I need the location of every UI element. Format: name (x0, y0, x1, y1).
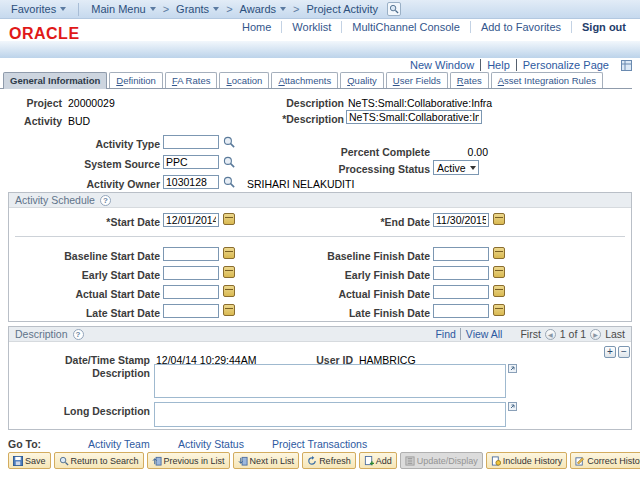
start-date-input[interactable] (163, 213, 219, 227)
activity-owner-label: Activity Owner (8, 178, 160, 190)
project-transactions-link[interactable]: Project Transactions (272, 438, 367, 450)
early-start-date-label: Early Start Date (9, 269, 160, 281)
actual-finish-calendar-icon[interactable] (493, 285, 505, 297)
header-band (0, 41, 640, 58)
description-input[interactable] (346, 110, 482, 124)
baseline-start-date-input[interactable] (163, 247, 219, 261)
breadcrumb-favorites[interactable]: Favorites (6, 3, 71, 15)
tab-user-fields[interactable]: User Fields (386, 72, 448, 88)
end-date-input[interactable] (433, 213, 489, 227)
early-finish-date-input[interactable] (433, 266, 489, 280)
tab-location[interactable]: Location (219, 72, 269, 88)
refresh-button-label: Refresh (319, 456, 351, 466)
next-in-list-button[interactable]: Next in List (233, 452, 300, 469)
activity-label: Activity (8, 115, 62, 127)
previous-row-icon[interactable]: ◀ (545, 329, 556, 340)
return-to-search-icon (59, 456, 69, 466)
actual-start-calendar-icon[interactable] (223, 285, 235, 297)
actual-start-date-input[interactable] (163, 285, 219, 299)
help-link[interactable]: Help (480, 59, 516, 71)
system-source-input[interactable] (163, 155, 219, 169)
early-start-calendar-icon[interactable] (223, 266, 235, 278)
activity-owner-input[interactable] (163, 175, 219, 189)
long-description-textarea[interactable] (154, 402, 506, 427)
breadcrumb-main-menu-label: Main Menu (91, 3, 145, 15)
breadcrumb-search-icon[interactable] (387, 2, 401, 16)
activity-team-link[interactable]: Activity Team (88, 438, 150, 450)
return-to-search-button-label: Return to Search (71, 456, 139, 466)
tab-quality[interactable]: Quality (340, 72, 384, 88)
activity-owner-lookup-icon[interactable] (223, 176, 235, 188)
help-icon[interactable]: ? (73, 329, 84, 340)
worklist-link[interactable]: Worklist (281, 21, 341, 33)
activity-type-input[interactable] (163, 135, 219, 149)
activity-status-link[interactable]: Activity Status (178, 438, 244, 450)
tab-asset-integration-rules[interactable]: Asset Integration Rules (491, 72, 603, 88)
update-display-icon (405, 456, 415, 466)
add-icon (364, 456, 374, 466)
add-to-favorites-link[interactable]: Add to Favorites (470, 21, 571, 33)
late-finish-date-label: Late Finish Date (259, 307, 430, 319)
system-source-lookup-icon[interactable] (223, 156, 235, 168)
delete-row-button[interactable]: − (618, 346, 630, 358)
header-links: Home Worklist MultiChannel Console Add t… (232, 21, 636, 33)
sign-out-link[interactable]: Sign out (571, 21, 636, 33)
tab-rates[interactable]: Rates (450, 72, 489, 88)
page-actions: New Window Help Personalize Page (404, 59, 632, 71)
start-date-calendar-icon[interactable] (223, 213, 235, 225)
breadcrumb-grants[interactable]: Grants (171, 3, 224, 15)
tab-attachments[interactable]: Attachments (271, 72, 338, 88)
correct-history-button[interactable]: Correct History (570, 452, 640, 469)
refresh-button[interactable]: Refresh (302, 452, 356, 469)
late-finish-calendar-icon[interactable] (493, 304, 505, 316)
find-link[interactable]: Find (435, 328, 455, 340)
processing-status-select[interactable]: Active (433, 160, 479, 175)
help-icon[interactable]: ? (100, 195, 111, 206)
description-expand-icon[interactable] (508, 364, 517, 373)
add-button-label: Add (376, 456, 392, 466)
description-textarea[interactable] (154, 364, 506, 398)
baseline-start-calendar-icon[interactable] (223, 247, 235, 259)
view-all-link[interactable]: View All (460, 328, 503, 340)
baseline-finish-date-label: Baseline Finish Date (259, 250, 430, 262)
early-finish-calendar-icon[interactable] (493, 266, 505, 278)
late-start-date-input[interactable] (163, 304, 219, 318)
previous-in-list-button-label: Previous in List (164, 456, 225, 466)
processing-status-label: Processing Status (280, 163, 430, 175)
breadcrumb-awards[interactable]: Awards (235, 3, 291, 15)
long-description-expand-icon[interactable] (508, 402, 517, 411)
tab-fa-rates[interactable]: FA Rates (165, 72, 218, 88)
save-button-label: Save (25, 456, 46, 466)
save-button[interactable]: Save (8, 452, 51, 469)
previous-in-list-button[interactable]: Previous in List (147, 452, 230, 469)
late-finish-date-input[interactable] (433, 304, 489, 318)
add-button[interactable]: Add (359, 452, 397, 469)
actual-finish-date-label: Actual Finish Date (259, 288, 430, 300)
personalize-page-link[interactable]: Personalize Page (516, 59, 615, 71)
breadcrumb-main-menu[interactable]: Main Menu (86, 3, 160, 15)
baseline-finish-date-input[interactable] (433, 247, 489, 261)
system-source-label: System Source (8, 158, 160, 170)
schedule-divider (15, 236, 625, 237)
late-start-date-label: Late Start Date (9, 307, 160, 319)
chevron-down-icon (60, 7, 66, 11)
actual-finish-date-input[interactable] (433, 285, 489, 299)
next-row-icon[interactable]: ▶ (590, 329, 601, 340)
late-start-calendar-icon[interactable] (223, 304, 235, 316)
personalize-grid-icon[interactable] (621, 60, 632, 71)
tab-definition[interactable]: Definition (109, 72, 163, 88)
next-in-list-icon (238, 456, 248, 466)
multichannel-console-link[interactable]: MultiChannel Console (341, 21, 470, 33)
description-field-label: Description (9, 367, 150, 379)
include-history-button[interactable]: Include History (486, 452, 568, 469)
activity-type-lookup-icon[interactable] (223, 136, 235, 148)
early-start-date-input[interactable] (163, 266, 219, 280)
add-row-button[interactable]: + (604, 346, 616, 358)
baseline-finish-calendar-icon[interactable] (493, 247, 505, 259)
tab-general-information[interactable]: General Information (3, 72, 107, 89)
home-link[interactable]: Home (232, 21, 281, 33)
description-input-label: *Description (250, 113, 344, 125)
return-to-search-button[interactable]: Return to Search (54, 452, 144, 469)
end-date-calendar-icon[interactable] (493, 213, 505, 225)
new-window-link[interactable]: New Window (404, 59, 480, 71)
